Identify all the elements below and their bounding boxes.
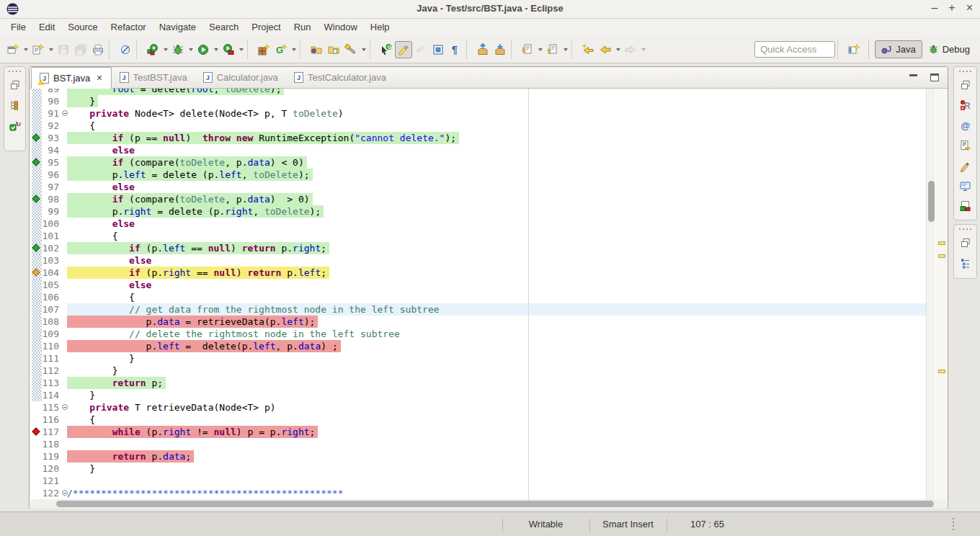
annotation-ruler-cell[interactable] [32,254,42,267]
line-number[interactable]: 99 [42,205,62,218]
line-number[interactable]: 95 [42,156,62,169]
code-line[interactable]: 97 else [32,181,926,193]
code-line[interactable]: 103 else [32,254,926,267]
annotation-ruler-cell[interactable] [32,316,42,328]
next-annotation-dropdown[interactable] [536,41,544,58]
code-line[interactable]: 93 if (p == null) throw new RuntimeExcep… [32,132,926,144]
open-type-button[interactable] [308,41,325,58]
line-number[interactable]: 116 [42,414,62,426]
line-number[interactable]: 100 [42,218,62,230]
download-button[interactable] [491,41,509,58]
line-number[interactable]: 92 [42,120,62,132]
code-line[interactable]: 105 else [32,279,926,291]
code-line[interactable]: 111 } [32,352,926,365]
overview-annotation-mark[interactable] [938,254,945,258]
line-number[interactable]: 110 [42,340,62,352]
overview-annotation-mark[interactable] [938,370,945,373]
run-external-tools-dropdown[interactable] [237,41,245,58]
annotation-ruler-cell[interactable] [32,414,42,426]
new-wizard-dropdown[interactable] [22,41,30,58]
line-number[interactable]: 101 [42,230,62,242]
expressions-view-button[interactable]: Rx [958,97,974,113]
menu-help[interactable]: Help [364,19,396,36]
code-line[interactable]: 107 // get data from the rightmost node … [32,303,926,316]
annotation-ruler-cell[interactable] [32,450,42,463]
line-number[interactable]: 108 [42,316,62,328]
annotation-ruler-cell[interactable] [32,132,42,144]
annotation-ruler-cell[interactable] [32,291,42,303]
line-number[interactable]: 114 [42,389,62,401]
tab-close-icon[interactable]: ✕ [96,73,102,83]
annotation-ruler-cell[interactable] [32,156,42,169]
horizontal-scrollbar[interactable] [30,499,947,509]
dock-drag-handle[interactable] [959,71,972,72]
annotation-ruler-cell[interactable] [32,426,42,438]
line-number[interactable]: 121 [42,475,62,487]
annotation-ruler-cell[interactable] [32,193,42,205]
code-editor[interactable]: 89 root = delete(root, toDelete);90 }91 … [30,89,948,499]
coverage-dropdown[interactable] [161,41,169,58]
code-line[interactable]: 113 return p; [32,377,926,389]
annotation-ruler-cell[interactable] [32,144,42,156]
menu-edit[interactable]: Edit [32,19,61,36]
overview-annotation-mark[interactable] [938,241,945,245]
window-close-icon[interactable]: × [966,1,973,14]
line-number[interactable]: 107 [42,303,62,316]
mark-occurrences-toggle[interactable] [395,41,412,58]
line-number[interactable]: 111 [42,352,62,365]
run-button[interactable] [195,41,212,58]
code-line[interactable]: 120 } [32,463,926,475]
debug-button[interactable] [169,41,187,58]
menu-run[interactable]: Run [288,19,318,36]
search-button[interactable] [342,41,360,58]
annotation-ruler-cell[interactable] [32,340,42,352]
line-number[interactable]: 96 [42,169,62,181]
console-view-button[interactable] [958,178,974,194]
menu-project[interactable]: Project [245,19,287,36]
javadoc-view-button[interactable]: @ [958,117,974,133]
coverage-view-button[interactable] [958,198,974,214]
annotation-ruler-cell[interactable] [32,365,42,377]
package-explorer-view-button[interactable] [7,97,23,113]
line-number[interactable]: 106 [42,291,62,303]
new-java-element-button[interactable] [30,41,47,58]
restore-views-button[interactable] [7,77,23,93]
annotation-ruler-cell[interactable] [32,205,42,218]
annotation-ruler-cell[interactable] [32,377,42,389]
annotation-ruler-cell[interactable] [32,303,42,316]
annotation-ruler-cell[interactable] [32,475,42,487]
code-line[interactable]: 98 if (compare(toDelete, p.data) > 0) [32,193,926,205]
menu-refactor[interactable]: Refactor [104,19,153,36]
annotation-ruler-cell[interactable] [32,267,42,279]
code-line[interactable]: 100 else [32,218,926,230]
vertical-scrollbar[interactable] [926,89,935,499]
annotation-ruler-cell[interactable] [32,120,42,132]
code-line[interactable]: 104 if (p.right == null) return p.left; [32,267,926,279]
annotation-ruler-cell[interactable] [32,487,42,499]
breadcrumb-toggle-button[interactable] [412,41,429,58]
code-line[interactable]: 92 { [32,120,926,132]
code-line[interactable]: 90 } [32,95,926,107]
code-line[interactable]: 99 p.right = delete (p.right, toDelete); [32,205,926,218]
menu-window[interactable]: Window [318,19,364,36]
quick-access-input[interactable] [754,41,835,58]
annotation-ruler-cell[interactable] [32,328,42,340]
save-button[interactable] [55,41,72,58]
annotation-ruler-cell[interactable] [32,107,42,120]
code-line[interactable]: 101 { [32,230,926,242]
open-perspective-button[interactable] [845,41,863,58]
last-edit-location-button[interactable] [579,41,597,58]
code-line[interactable]: 114 } [32,389,926,401]
annotation-ruler-cell[interactable] [32,89,42,95]
window-maximize-icon[interactable]: + [948,1,955,14]
vertical-scrollbar-thumb[interactable] [928,181,935,222]
open-implementation-button[interactable]: G [378,41,395,58]
annotation-ruler-cell[interactable] [32,352,42,365]
annotation-ruler-cell[interactable] [32,242,42,254]
dock-drag-handle[interactable] [9,71,22,72]
next-annotation-button[interactable] [519,41,536,58]
forward-dropdown[interactable] [639,41,647,58]
line-number[interactable]: 115 [42,401,62,414]
tab-calculator-java[interactable]: J Calculator.java [195,67,286,88]
annotation-ruler-cell[interactable] [32,438,42,450]
